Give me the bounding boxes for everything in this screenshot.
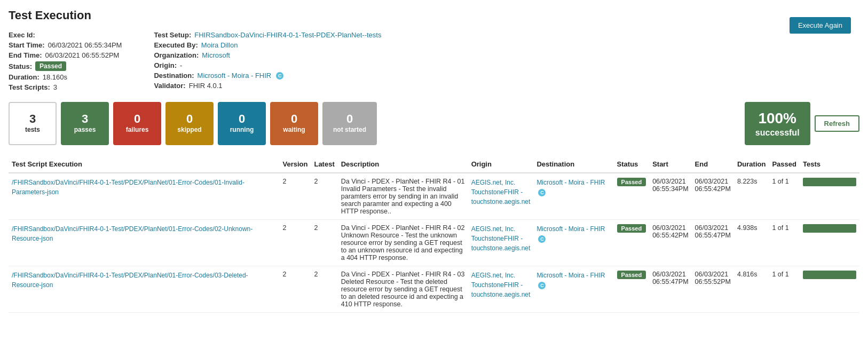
origin-link[interactable]: AEGIS.net, Inc.TouchstoneFHIR -touchston… bbox=[471, 272, 531, 298]
meta-right: Test Setup: FHIRSandbox-DaVinci-FHIR4-0-… bbox=[154, 31, 381, 91]
organization-link[interactable]: Microsoft bbox=[202, 51, 230, 59]
dest-c-badge: C bbox=[538, 282, 546, 289]
executed-by-row: Executed By: Moira Dillon bbox=[154, 41, 381, 49]
script-link[interactable]: /FHIRSandbox/DaVinci/FHIR4-0-1-Test/PDEX… bbox=[12, 225, 252, 242]
success-badge: 100% successful bbox=[745, 102, 810, 145]
cell-start: 06/03/202106:55:47PM bbox=[649, 266, 691, 312]
destination-label: Destination: bbox=[154, 72, 194, 80]
status-badge: Passed bbox=[35, 61, 66, 71]
col-end: End bbox=[692, 156, 734, 173]
execute-again-button[interactable]: Execute Again bbox=[790, 17, 851, 34]
cell-latest: 2 bbox=[311, 219, 337, 266]
origin-link[interactable]: AEGIS.net, Inc.TouchstoneFHIR -touchston… bbox=[471, 225, 531, 252]
results-table: Test Script Execution Version Latest Des… bbox=[9, 156, 859, 313]
cell-version: 2 bbox=[279, 173, 311, 220]
stat-running: 0 running bbox=[218, 102, 266, 145]
end-time-value: 06/03/2021 06:55:52PM bbox=[45, 51, 120, 59]
col-description: Description bbox=[338, 156, 468, 173]
col-passed: Passed bbox=[769, 156, 800, 173]
running-num: 0 bbox=[239, 113, 245, 125]
table-row: /FHIRSandbox/DaVinci/FHIR4-0-1-Test/PDEX… bbox=[9, 219, 859, 266]
cell-version: 2 bbox=[279, 266, 311, 312]
table-header-row: Test Script Execution Version Latest Des… bbox=[9, 156, 859, 173]
progress-bar-fill bbox=[803, 224, 856, 233]
progress-bar-container bbox=[803, 224, 856, 233]
cell-duration: 4.816s bbox=[734, 266, 769, 312]
skipped-num: 0 bbox=[186, 113, 193, 125]
running-lbl: running bbox=[230, 126, 254, 133]
stats-right: 100% successful Refresh bbox=[745, 102, 859, 145]
exec-id-label: Exec Id: bbox=[9, 31, 35, 39]
cell-description: Da Vinci - PDEX - PlanNet - FHIR R4 - 01… bbox=[338, 173, 468, 220]
meta-left: Exec Id: Start Time: 06/03/2021 06:55:34… bbox=[9, 31, 122, 91]
col-tests: Tests bbox=[800, 156, 859, 173]
cell-tests bbox=[800, 219, 859, 266]
not-started-num: 0 bbox=[346, 113, 353, 125]
validator-row: Validator: FHIR 4.0.1 bbox=[154, 82, 381, 90]
cell-passed: 1 of 1 bbox=[769, 219, 800, 266]
cell-script: /FHIRSandbox/DaVinci/FHIR4-0-1-Test/PDEX… bbox=[9, 266, 279, 312]
cell-status: Passed bbox=[614, 173, 650, 220]
cell-latest: 2 bbox=[311, 173, 337, 220]
validator-label: Validator: bbox=[154, 82, 185, 90]
progress-bar-container bbox=[803, 178, 856, 186]
test-scripts-label: Test Scripts: bbox=[9, 83, 50, 91]
status-badge: Passed bbox=[617, 178, 646, 186]
executed-by-link[interactable]: Moira Dillon bbox=[201, 41, 238, 49]
organization-row: Organization: Microsoft bbox=[154, 51, 381, 59]
destination-link[interactable]: Microsoft - Moira - FHIR bbox=[536, 179, 605, 186]
cell-passed: 1 of 1 bbox=[769, 173, 800, 220]
cell-end: 06/03/202106:55:47PM bbox=[692, 219, 734, 266]
stat-failures: 0 failures bbox=[113, 102, 161, 145]
test-scripts-row: Test Scripts: 3 bbox=[9, 83, 122, 91]
status-badge: Passed bbox=[617, 271, 646, 279]
destination-c-badge: C bbox=[276, 72, 283, 80]
meta-section: Exec Id: Start Time: 06/03/2021 06:55:34… bbox=[9, 31, 859, 91]
status-badge: Passed bbox=[617, 224, 646, 233]
cell-start: 06/03/202106:55:42PM bbox=[649, 219, 691, 266]
col-origin: Origin bbox=[468, 156, 534, 173]
destination-link[interactable]: Microsoft - Moira - FHIR bbox=[536, 272, 605, 279]
cell-tests bbox=[800, 266, 859, 312]
progress-bar-container bbox=[803, 271, 856, 279]
end-time-label: End Time: bbox=[9, 51, 42, 59]
not-started-lbl: not started bbox=[333, 126, 366, 133]
cell-script: /FHIRSandbox/DaVinci/FHIR4-0-1-Test/PDEX… bbox=[9, 219, 279, 266]
table-row: /FHIRSandbox/DaVinci/FHIR4-0-1-Test/PDEX… bbox=[9, 266, 859, 312]
stat-skipped: 0 skipped bbox=[165, 102, 214, 145]
dest-c-badge: C bbox=[538, 235, 546, 243]
progress-bar-fill bbox=[803, 178, 856, 186]
script-link[interactable]: /FHIRSandbox/DaVinci/FHIR4-0-1-Test/PDEX… bbox=[12, 179, 244, 196]
destination-link[interactable]: Microsoft - Moira - FHIR bbox=[536, 225, 605, 233]
cell-end: 06/03/202106:55:42PM bbox=[692, 173, 734, 220]
cell-script: /FHIRSandbox/DaVinci/FHIR4-0-1-Test/PDEX… bbox=[9, 173, 279, 220]
waiting-lbl: waiting bbox=[283, 126, 305, 133]
origin-label: Origin: bbox=[154, 61, 177, 69]
success-pct: 100% bbox=[755, 109, 800, 128]
status-label: Status: bbox=[9, 62, 32, 70]
progress-bar-fill bbox=[803, 271, 856, 279]
passes-num: 3 bbox=[82, 113, 88, 125]
origin-link[interactable]: AEGIS.net, Inc.TouchstoneFHIR -touchston… bbox=[471, 179, 531, 205]
script-link[interactable]: /FHIRSandbox/DaVinci/FHIR4-0-1-Test/PDEX… bbox=[12, 272, 248, 289]
cell-status: Passed bbox=[614, 266, 650, 312]
cell-passed: 1 of 1 bbox=[769, 266, 800, 312]
cell-destination: Microsoft - Moira - FHIRC bbox=[533, 266, 613, 312]
destination-link[interactable]: Microsoft - Moira - FHIR bbox=[198, 72, 272, 80]
col-duration: Duration bbox=[734, 156, 769, 173]
tests-lbl: tests bbox=[25, 126, 40, 133]
col-script: Test Script Execution bbox=[9, 156, 279, 173]
success-lbl: successful bbox=[755, 128, 800, 138]
test-setup-link[interactable]: FHIRSandbox-DaVinci-FHIR4-0-1-Test-PDEX-… bbox=[194, 31, 381, 39]
cell-duration: 8.223s bbox=[734, 173, 769, 220]
test-setup-label: Test Setup: bbox=[154, 31, 191, 39]
refresh-button[interactable]: Refresh bbox=[815, 115, 859, 132]
cell-origin: AEGIS.net, Inc.TouchstoneFHIR -touchston… bbox=[468, 173, 534, 220]
validator-value: FHIR 4.0.1 bbox=[189, 82, 223, 90]
stat-waiting: 0 waiting bbox=[270, 102, 318, 145]
tests-num: 3 bbox=[29, 113, 36, 125]
stat-passes: 3 passes bbox=[61, 102, 109, 145]
waiting-num: 0 bbox=[291, 113, 297, 125]
executed-by-label: Executed By: bbox=[154, 41, 198, 49]
start-time-row: Start Time: 06/03/2021 06:55:34PM bbox=[9, 41, 122, 49]
